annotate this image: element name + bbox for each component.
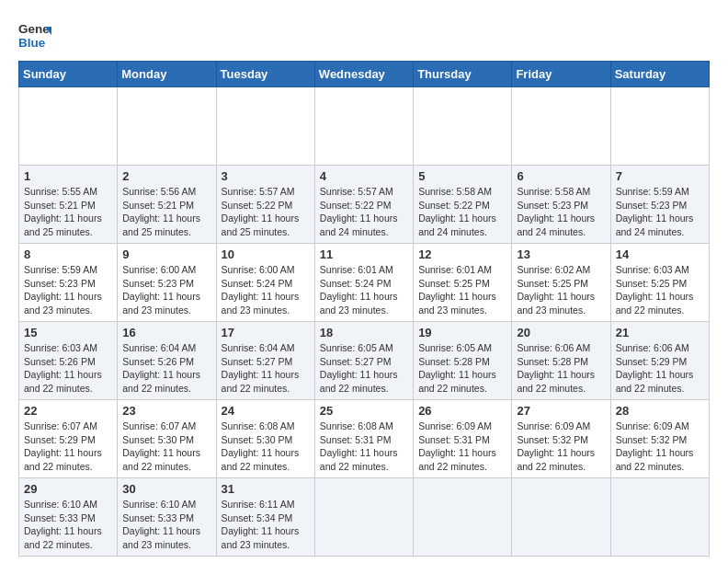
sunrise-label: Sunrise: 6:06 AM	[616, 342, 689, 353]
daylight-label: Daylight: 11 hours and 23 minutes.	[320, 291, 398, 316]
daylight-label: Daylight: 11 hours and 23 minutes.	[122, 291, 200, 316]
sunrise-label: Sunrise: 6:11 AM	[222, 499, 295, 510]
calendar-cell: 30 Sunrise: 6:10 AM Sunset: 5:33 PM Dayl…	[118, 478, 216, 557]
day-info: Sunrise: 6:06 AM Sunset: 5:29 PM Dayligh…	[616, 341, 704, 396]
day-info: Sunrise: 6:04 AM Sunset: 5:26 PM Dayligh…	[122, 341, 210, 396]
calendar-week-row: 29 Sunrise: 6:10 AM Sunset: 5:33 PM Dayl…	[19, 478, 710, 557]
sunset-label: Sunset: 5:22 PM	[418, 200, 490, 211]
calendar-cell: 15 Sunrise: 6:03 AM Sunset: 5:26 PM Dayl…	[19, 322, 118, 400]
day-number: 30	[122, 482, 210, 496]
day-number: 29	[24, 482, 112, 496]
day-info: Sunrise: 6:10 AM Sunset: 5:33 PM Dayligh…	[24, 498, 112, 552]
day-number: 15	[24, 326, 112, 339]
sunset-label: Sunset: 5:25 PM	[616, 278, 688, 289]
daylight-label: Daylight: 11 hours and 23 minutes.	[24, 291, 102, 316]
calendar-cell: 18 Sunrise: 6:05 AM Sunset: 5:27 PM Dayl…	[314, 322, 413, 400]
calendar-cell: 8 Sunrise: 5:59 AM Sunset: 5:23 PM Dayli…	[19, 244, 118, 322]
daylight-label: Daylight: 11 hours and 24 minutes.	[320, 213, 398, 237]
calendar-week-row: 22 Sunrise: 6:07 AM Sunset: 5:29 PM Dayl…	[19, 400, 710, 478]
sunset-label: Sunset: 5:29 PM	[616, 356, 688, 367]
calendar-cell: 5 Sunrise: 5:58 AM Sunset: 5:22 PM Dayli…	[414, 166, 512, 244]
calendar-cell	[216, 87, 314, 166]
logo: General Blue	[18, 18, 57, 52]
calendar-cell: 25 Sunrise: 6:08 AM Sunset: 5:31 PM Dayl…	[314, 400, 413, 478]
calendar-cell	[512, 478, 610, 557]
day-number: 2	[122, 169, 210, 183]
calendar-cell: 29 Sunrise: 6:10 AM Sunset: 5:33 PM Dayl…	[19, 478, 118, 557]
calendar-cell: 20 Sunrise: 6:06 AM Sunset: 5:28 PM Dayl…	[512, 322, 610, 400]
day-number: 22	[24, 404, 112, 418]
sunset-label: Sunset: 5:30 PM	[122, 434, 194, 445]
day-info: Sunrise: 6:00 AM Sunset: 5:23 PM Dayligh…	[122, 263, 210, 317]
daylight-label: Daylight: 11 hours and 24 minutes.	[418, 213, 496, 237]
day-number: 3	[222, 169, 310, 183]
day-number: 1	[24, 169, 112, 183]
sunset-label: Sunset: 5:26 PM	[122, 356, 194, 367]
sunrise-label: Sunrise: 5:57 AM	[222, 186, 295, 197]
column-header-tuesday: Tuesday	[216, 62, 314, 87]
calendar-cell: 23 Sunrise: 6:07 AM Sunset: 5:30 PM Dayl…	[118, 400, 216, 478]
sunrise-label: Sunrise: 6:00 AM	[122, 264, 196, 275]
day-number: 31	[222, 482, 310, 496]
sunrise-label: Sunrise: 6:05 AM	[418, 342, 492, 353]
sunset-label: Sunset: 5:28 PM	[517, 356, 588, 367]
sunset-label: Sunset: 5:26 PM	[24, 356, 96, 367]
calendar-cell: 9 Sunrise: 6:00 AM Sunset: 5:23 PM Dayli…	[118, 244, 216, 322]
calendar-week-row: 1 Sunrise: 5:55 AM Sunset: 5:21 PM Dayli…	[19, 166, 710, 244]
daylight-label: Daylight: 11 hours and 22 minutes.	[122, 447, 200, 472]
sunset-label: Sunset: 5:29 PM	[24, 434, 96, 445]
daylight-label: Daylight: 11 hours and 25 minutes.	[222, 213, 300, 237]
sunrise-label: Sunrise: 5:59 AM	[616, 186, 689, 197]
day-info: Sunrise: 6:11 AM Sunset: 5:34 PM Dayligh…	[222, 498, 310, 552]
day-info: Sunrise: 6:09 AM Sunset: 5:32 PM Dayligh…	[616, 419, 704, 474]
calendar-cell	[610, 478, 709, 557]
sunset-label: Sunset: 5:24 PM	[320, 278, 392, 289]
daylight-label: Daylight: 11 hours and 24 minutes.	[517, 213, 595, 237]
day-number: 10	[222, 247, 310, 261]
sunrise-label: Sunrise: 6:04 AM	[122, 342, 196, 353]
day-info: Sunrise: 6:07 AM Sunset: 5:30 PM Dayligh…	[122, 419, 210, 474]
daylight-label: Daylight: 11 hours and 23 minutes.	[418, 291, 496, 316]
calendar-cell: 16 Sunrise: 6:04 AM Sunset: 5:26 PM Dayl…	[118, 322, 216, 400]
sunrise-label: Sunrise: 6:01 AM	[320, 264, 393, 275]
daylight-label: Daylight: 11 hours and 23 minutes.	[122, 525, 200, 550]
day-info: Sunrise: 6:01 AM Sunset: 5:24 PM Dayligh…	[320, 263, 408, 317]
daylight-label: Daylight: 11 hours and 22 minutes.	[616, 291, 694, 316]
daylight-label: Daylight: 11 hours and 22 minutes.	[517, 447, 595, 472]
sunset-label: Sunset: 5:30 PM	[222, 434, 293, 445]
sunrise-label: Sunrise: 6:05 AM	[320, 342, 393, 353]
day-number: 27	[517, 404, 605, 418]
day-info: Sunrise: 5:56 AM Sunset: 5:21 PM Dayligh…	[122, 185, 210, 239]
column-header-friday: Friday	[512, 62, 610, 87]
sunrise-label: Sunrise: 5:55 AM	[24, 186, 97, 197]
day-number: 9	[122, 247, 210, 261]
daylight-label: Daylight: 11 hours and 22 minutes.	[616, 369, 694, 394]
calendar-cell	[19, 87, 118, 166]
day-info: Sunrise: 6:05 AM Sunset: 5:27 PM Dayligh…	[320, 341, 408, 396]
calendar-cell: 14 Sunrise: 6:03 AM Sunset: 5:25 PM Dayl…	[610, 244, 709, 322]
column-header-monday: Monday	[118, 62, 216, 87]
svg-text:General: General	[18, 22, 51, 36]
day-info: Sunrise: 5:57 AM Sunset: 5:22 PM Dayligh…	[320, 185, 408, 239]
sunrise-label: Sunrise: 6:10 AM	[24, 499, 97, 510]
calendar-cell	[512, 87, 610, 166]
calendar-cell	[414, 478, 512, 557]
daylight-label: Daylight: 11 hours and 22 minutes.	[320, 447, 398, 472]
sunrise-label: Sunrise: 6:07 AM	[122, 420, 196, 431]
day-info: Sunrise: 6:07 AM Sunset: 5:29 PM Dayligh…	[24, 419, 112, 474]
daylight-label: Daylight: 11 hours and 23 minutes.	[222, 291, 300, 316]
day-info: Sunrise: 5:59 AM Sunset: 5:23 PM Dayligh…	[616, 185, 704, 239]
day-number: 26	[418, 404, 506, 418]
sunset-label: Sunset: 5:21 PM	[122, 200, 194, 211]
day-number: 7	[616, 169, 704, 183]
sunset-label: Sunset: 5:34 PM	[222, 512, 293, 523]
daylight-label: Daylight: 11 hours and 22 minutes.	[222, 369, 300, 394]
sunrise-label: Sunrise: 6:09 AM	[616, 420, 689, 431]
calendar-cell	[314, 87, 413, 166]
day-number: 24	[222, 404, 310, 418]
sunrise-label: Sunrise: 5:58 AM	[517, 186, 590, 197]
daylight-label: Daylight: 11 hours and 22 minutes.	[320, 369, 398, 394]
sunset-label: Sunset: 5:23 PM	[517, 200, 588, 211]
sunset-label: Sunset: 5:27 PM	[320, 356, 392, 367]
day-info: Sunrise: 5:57 AM Sunset: 5:22 PM Dayligh…	[222, 185, 310, 239]
